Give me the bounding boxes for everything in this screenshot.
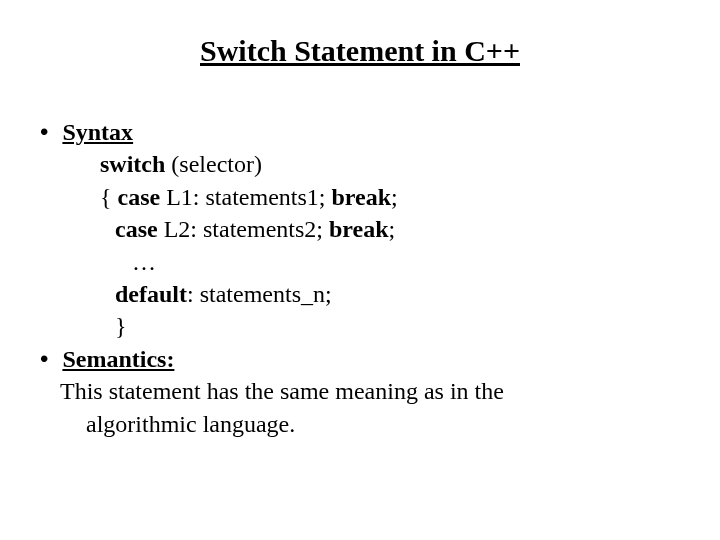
code-text: ; xyxy=(389,216,396,242)
code-text: L2: statements2; xyxy=(158,216,329,242)
bullet-dot-icon: • xyxy=(30,116,62,148)
ellipsis: … xyxy=(132,249,156,275)
kw-break: break xyxy=(329,216,389,242)
kw-case: case xyxy=(118,184,161,210)
bullet-semantics: • Semantics: xyxy=(30,343,690,375)
code-text: ; xyxy=(391,184,398,210)
kw-case: case xyxy=(115,216,158,242)
slide: Switch Statement in C++ • Syntax switch … xyxy=(0,0,720,540)
code-line-5: default: statements_n; xyxy=(30,278,690,310)
kw-switch: switch xyxy=(100,151,165,177)
code-line-3: case L2: statements2; break; xyxy=(30,213,690,245)
code-text: L1: statements1; xyxy=(160,184,331,210)
paragraph-line-2: algorithmic language. xyxy=(30,408,690,440)
bullet-syntax-label: Syntax xyxy=(62,116,133,148)
code-text: : statements_n; xyxy=(187,281,332,307)
code-line-4: … xyxy=(30,246,690,278)
slide-title: Switch Statement in C++ xyxy=(30,34,690,68)
kw-break: break xyxy=(332,184,392,210)
slide-body: • Syntax switch (selector) { case L1: st… xyxy=(30,116,690,440)
code-line-2: { case L1: statements1; break; xyxy=(30,181,690,213)
code-text: (selector) xyxy=(165,151,262,177)
bullet-syntax: • Syntax xyxy=(30,116,690,148)
paragraph-line-1: This statement has the same meaning as i… xyxy=(30,375,690,407)
brace-close: } xyxy=(115,313,127,339)
brace-open: { xyxy=(100,184,118,210)
bullet-dot-icon: • xyxy=(30,343,62,375)
code-line-1: switch (selector) xyxy=(30,148,690,180)
bullet-semantics-label: Semantics: xyxy=(62,343,174,375)
kw-default: default xyxy=(115,281,187,307)
code-line-6: } xyxy=(30,310,690,342)
